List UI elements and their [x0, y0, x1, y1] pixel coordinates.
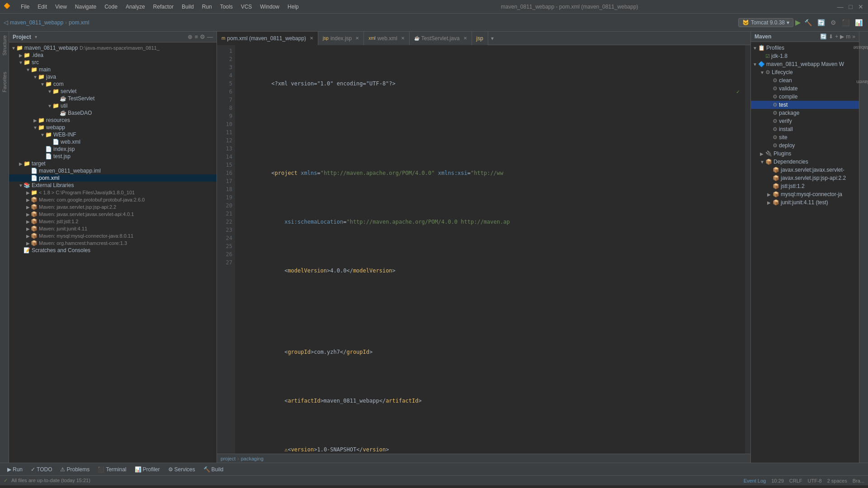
maven-validate[interactable]: ⚙ validate: [751, 84, 859, 93]
run-config-selector[interactable]: 🐱 Tomcat 9.0.38 ▾: [738, 18, 793, 27]
maven-jdk18[interactable]: ☑ jdk-1.8: [751, 52, 859, 60]
tree-item-webapp[interactable]: ▼ 📁 webapp: [9, 124, 217, 131]
charset-indicator[interactable]: UTF-8: [808, 478, 822, 483]
locate-icon[interactable]: ⊕: [188, 33, 193, 40]
menu-view[interactable]: View: [52, 3, 71, 11]
breadcrumb-project[interactable]: maven_0811_webapp: [10, 19, 63, 26]
services-tab-btn[interactable]: ⚙ Services: [165, 465, 199, 474]
structure-tab-btn[interactable]: Structure: [1, 32, 8, 59]
breadcrumb-file[interactable]: pom.xml: [69, 19, 89, 26]
tree-item-jdk[interactable]: ▶ 📁 < 1.8 > C:\Program Files\Java\jdk1.8…: [9, 189, 217, 196]
tab-close-testservlet[interactable]: ✕: [463, 36, 467, 41]
line-col-indicator[interactable]: 10:29: [771, 478, 784, 483]
menu-navigate[interactable]: Navigate: [71, 3, 100, 11]
tree-item-target[interactable]: ▶ 📁 target: [9, 160, 217, 167]
tree-item-indexjsp[interactable]: 📄 index.jsp: [9, 145, 217, 153]
maven-m-icon[interactable]: m: [846, 33, 850, 40]
maven-verify[interactable]: ⚙ verify: [751, 117, 859, 125]
todo-tab-btn[interactable]: ✓ TODO: [27, 465, 56, 474]
run-button[interactable]: ▶: [795, 18, 801, 27]
maven-site[interactable]: ⚙ site: [751, 133, 859, 141]
tree-item-basedao[interactable]: ☕ BaseDAO: [9, 109, 217, 117]
maven-dep-servlet[interactable]: 📦 javax.servlet:javax.servlet-: [751, 166, 859, 174]
menu-file[interactable]: File: [17, 3, 33, 11]
tree-item-webxml[interactable]: 📄 web.xml: [9, 138, 217, 145]
menu-tools[interactable]: Tools: [217, 3, 236, 11]
menu-vcs[interactable]: VCS: [237, 3, 256, 11]
tab-close-webxml[interactable]: ✕: [401, 36, 405, 41]
maven-lifecycle[interactable]: ▼ ⚙ Lifecycle: [751, 68, 859, 76]
project-dropdown-icon[interactable]: ▾: [35, 34, 37, 39]
maven-download-icon[interactable]: ⬇: [829, 33, 833, 40]
maven-deploy[interactable]: ⚙ deploy: [751, 141, 859, 150]
tree-item-src[interactable]: ▼ 📁 src: [9, 59, 217, 66]
menu-refactor[interactable]: Refactor: [150, 3, 177, 11]
encoding-indicator[interactable]: CRLF: [789, 478, 802, 483]
menu-analyze[interactable]: Analyze: [122, 3, 149, 11]
maven-test[interactable]: ⚙ test: [751, 101, 859, 109]
favorites-tab-btn[interactable]: Favorites: [1, 68, 8, 96]
build-tab-btn[interactable]: 🔨 Build: [200, 465, 227, 474]
tree-item-pom[interactable]: 📄 pom.xml: [9, 174, 217, 182]
tree-item-iml[interactable]: 📄 maven_0811_webapp.iml: [9, 167, 217, 174]
minimize-button[interactable]: —: [837, 3, 844, 10]
profiler-tab-btn[interactable]: 📊 Profiler: [131, 465, 164, 474]
tree-item-servlet[interactable]: ▼ 📁 servlet: [9, 88, 217, 95]
maven-project-item[interactable]: ▼ 🔷 maven_0811_webapp Maven W: [751, 60, 859, 68]
run-tab-btn[interactable]: ▶ Run: [4, 465, 26, 474]
maven-dep-jstl[interactable]: 📦 jstl:jstl:1.2: [751, 182, 859, 190]
tree-item-protobuf[interactable]: ▶ 📦 Maven: com.google.protobuf:protobuf-…: [9, 196, 217, 203]
menu-edit[interactable]: Edit: [34, 3, 51, 11]
tab-testservlet[interactable]: ☕ TestServlet.java ✕: [410, 32, 472, 45]
menu-code[interactable]: Code: [101, 3, 121, 11]
database-tab-btn[interactable]: Database: [849, 44, 868, 52]
tab-close-pom[interactable]: ✕: [310, 36, 313, 41]
tree-item-ext-libs[interactable]: ▼ 📚 External Libraries: [9, 182, 217, 189]
tree-item-root[interactable]: ▼ 📁 maven_0811_webapp D:\java-maven-spac…: [9, 44, 217, 52]
back-nav-icon[interactable]: ◁: [4, 19, 8, 26]
spaces-indicator[interactable]: 2 spaces: [827, 478, 847, 483]
maven-more-icon[interactable]: »: [852, 33, 855, 40]
tree-item-resources[interactable]: ▶ 📁 resources: [9, 117, 217, 124]
breadcrumb-project-item[interactable]: project: [221, 456, 236, 461]
tab-jsp-icon[interactable]: jsp: [472, 32, 488, 45]
tree-item-java[interactable]: ▼ 📁 java: [9, 73, 217, 80]
menu-build[interactable]: Build: [178, 3, 198, 11]
maven-dependencies[interactable]: ▼ 📦 Dependencies: [751, 158, 859, 166]
maven-dep-junit[interactable]: ▶ 📦 junit:junit:4.11 (test): [751, 198, 859, 206]
maven-side-tab-btn[interactable]: Maven: [853, 79, 868, 86]
maven-run-icon[interactable]: ▶: [840, 33, 844, 40]
maven-dep-jspapi[interactable]: 📦 javax.servlet.jsp:jsp-api:2.2: [751, 174, 859, 182]
tree-item-jspapi[interactable]: ▶ 📦 Maven: javax.servlet.jsp:jsp-api:2.2: [9, 203, 217, 211]
settings-button[interactable]: ⚙: [829, 18, 838, 27]
tree-item-testservlet[interactable]: ☕ TestServlet: [9, 95, 217, 102]
tree-item-com[interactable]: ▼ 📁 com: [9, 80, 217, 88]
menu-help[interactable]: Help: [284, 3, 302, 11]
maven-refresh-icon[interactable]: 🔄: [820, 33, 827, 40]
maven-plugins[interactable]: ▶ 🔌 Plugins: [751, 150, 859, 158]
tree-item-webinf[interactable]: ▼ 📁 WEB-INF: [9, 131, 217, 138]
stop-button[interactable]: ⬛: [840, 18, 851, 27]
panel-minimize-icon[interactable]: —: [207, 33, 213, 40]
problems-tab-btn[interactable]: ⚠ Problems: [57, 465, 93, 474]
sync-button[interactable]: 🔄: [816, 18, 827, 27]
maven-profiles[interactable]: ▼ 📋 Profiles: [751, 44, 859, 52]
maven-install[interactable]: ⚙ install: [751, 125, 859, 133]
menu-run[interactable]: Run: [198, 3, 216, 11]
tree-item-hamcrest[interactable]: ▶ 📦 Maven: org.hamcrest:hamcrest-core:1.…: [9, 239, 217, 247]
breadcrumb-packaging-item[interactable]: packaging: [241, 456, 264, 461]
collapse-icon[interactable]: ≡: [194, 33, 198, 40]
menu-window[interactable]: Window: [256, 3, 283, 11]
tree-item-servletapi[interactable]: ▶ 📦 Maven: javax.servlet:javax.servlet-a…: [9, 211, 217, 218]
maven-clean[interactable]: ⚙ clean: [751, 76, 859, 84]
tree-item-idea[interactable]: ▶ 📁 .idea: [9, 52, 217, 59]
maven-package[interactable]: ⚙ package: [751, 109, 859, 117]
more-tabs-btn[interactable]: ▾: [488, 35, 496, 42]
tree-item-jstl[interactable]: ▶ 📦 Maven: jstl:jstl:1.2: [9, 218, 217, 225]
tree-item-mysql[interactable]: ▶ 📦 Maven: mysql:mysql-connector-java:8.…: [9, 232, 217, 239]
tab-indexjsp[interactable]: jsp index.jsp ✕: [318, 32, 364, 45]
event-log-btn[interactable]: Event Log: [744, 478, 766, 483]
maven-dep-mysql[interactable]: ▶ 📦 mysql:mysql-connector-ja: [751, 190, 859, 198]
terminal-tab-btn[interactable]: ⬛ Terminal: [94, 465, 130, 474]
tab-pom[interactable]: m pom.xml (maven_0811_webapp) ✕: [217, 32, 318, 45]
